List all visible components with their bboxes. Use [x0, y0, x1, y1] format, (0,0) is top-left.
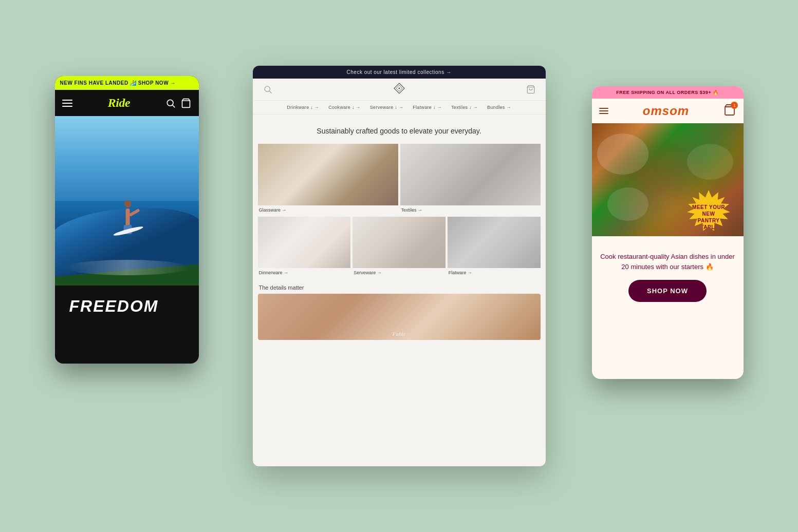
fable-grid-top: Glassware → Textiles →	[253, 144, 546, 217]
fable-header	[253, 79, 546, 101]
fable-cart-icon[interactable]	[526, 85, 535, 94]
fable-details-header: The details matter	[253, 279, 546, 294]
ride-card: NEW FINS HAVE LANDED 🏄 SHOP NOW → Ride	[55, 76, 199, 364]
fable-dinnerware-label: Dinnerware →	[258, 268, 351, 279]
fable-flatware-item[interactable]: Flatware →	[448, 217, 541, 279]
fable-serveware-img	[352, 217, 446, 268]
omsom-card: FREE SHIPPING ON ALL ORDERS $39+ 🔥 omsom…	[592, 86, 744, 379]
fable-glassware-img	[258, 144, 398, 205]
ride-hamburger-button[interactable]	[62, 100, 72, 107]
fable-bottom-img: Fable	[258, 294, 541, 340]
svg-point-6	[168, 100, 174, 106]
omsom-shop-button[interactable]: SHOP NOW	[628, 280, 707, 302]
fable-nav-drinkware[interactable]: Drinkware ↓	[287, 105, 319, 110]
fable-dinnerware-img	[258, 217, 351, 268]
ride-freedom-banner: FREEDOM	[55, 286, 199, 327]
ride-freedom-text: FREEDOM	[62, 291, 192, 322]
omsom-hamburger-button[interactable]	[599, 108, 608, 114]
fable-dinnerware-item[interactable]: Dinnerware →	[258, 217, 351, 279]
ride-nav: Ride	[55, 90, 199, 116]
fable-textiles-img	[400, 144, 541, 205]
fable-topbar-text: Check out our latest limited collections…	[347, 69, 452, 75]
svg-line-7	[173, 105, 175, 107]
fable-nav-cookware[interactable]: Cookware ↓	[328, 105, 361, 110]
scene: Check out our latest limited collections…	[65, 35, 733, 497]
fable-serveware-item[interactable]: Serveware →	[352, 217, 446, 279]
search-icon[interactable]	[263, 85, 272, 94]
fable-glassware-item[interactable]: Glassware →	[258, 144, 398, 217]
surfer-figure	[125, 208, 129, 229]
fable-watermark: Fable	[393, 331, 406, 337]
omsom-nav: omsom 1	[592, 99, 744, 123]
fable-nav-bundles[interactable]: Bundles	[487, 105, 511, 110]
fable-glassware-label: Glassware →	[258, 205, 398, 217]
fable-textiles-item[interactable]: Textiles →	[400, 144, 541, 217]
fable-textiles-label: Textiles →	[400, 205, 541, 217]
omsom-starburst-text: MEET YOUR NEW PANTRY STAPLE!	[682, 195, 736, 237]
fable-hero-text: Sustainably crafted goods to elevate you…	[253, 115, 546, 144]
fable-serveware-label: Serveware →	[352, 268, 446, 279]
omsom-logo: omsom	[643, 104, 689, 118]
omsom-cart-button[interactable]: 1	[723, 104, 736, 118]
omsom-topbar-text: FREE SHIPPING ON ALL ORDERS $39+ 🔥	[616, 90, 718, 95]
fable-flatware-img	[448, 217, 541, 268]
fable-flatware-label: Flatware →	[448, 268, 541, 279]
ride-topbar-text: NEW FINS HAVE LANDED 🏄 SHOP NOW →	[60, 80, 194, 86]
ride-search-icon[interactable]	[165, 98, 176, 108]
ride-hero-image	[55, 116, 199, 286]
fable-nav-flatware[interactable]: Flatware ↓	[413, 105, 442, 110]
ride-nav-icons	[165, 98, 191, 108]
omsom-description: Cook restaurant-quality Asian dishes in …	[600, 252, 735, 272]
ride-cart-icon[interactable]	[181, 98, 191, 108]
svg-point-0	[265, 86, 270, 92]
ride-topbar[interactable]: NEW FINS HAVE LANDED 🏄 SHOP NOW →	[55, 76, 199, 90]
fable-card: Check out our latest limited collections…	[253, 66, 546, 466]
omsom-cart-badge: 1	[731, 102, 738, 109]
fable-logo-icon	[394, 83, 405, 94]
omsom-content: Cook restaurant-quality Asian dishes in …	[592, 236, 744, 309]
ride-logo: Ride	[108, 96, 130, 110]
omsom-food-image: MEET YOUR NEW PANTRY STAPLE!	[592, 123, 744, 236]
omsom-topbar: FREE SHIPPING ON ALL ORDERS $39+ 🔥	[592, 86, 744, 99]
fable-topbar[interactable]: Check out our latest limited collections…	[253, 66, 546, 79]
fable-grid-bottom: Dinnerware → Serveware → Flatware →	[253, 217, 546, 279]
svg-line-1	[269, 91, 271, 93]
fable-nav-serveware[interactable]: Serveware ↓	[370, 105, 403, 110]
fable-nav-textiles[interactable]: Textiles ↓	[451, 105, 478, 110]
svg-point-4	[398, 88, 400, 89]
fable-nav: Drinkware ↓ Cookware ↓ Serveware ↓ Flatw…	[253, 101, 546, 115]
omsom-starburst: MEET YOUR NEW PANTRY STAPLE!	[682, 190, 736, 236]
